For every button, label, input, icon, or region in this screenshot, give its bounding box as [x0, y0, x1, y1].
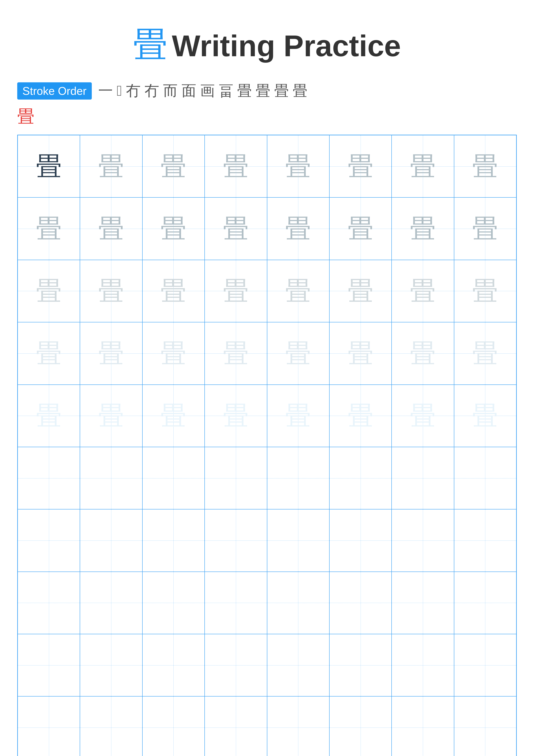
stroke-3: 冇 — [126, 81, 141, 101]
grid-cell[interactable]: 畳 — [267, 385, 329, 447]
grid-cell-empty[interactable] — [267, 447, 329, 509]
grid-cell[interactable]: 畳 — [392, 385, 454, 447]
grid-cell[interactable]: 畳 — [329, 385, 392, 447]
grid-cell-empty[interactable] — [142, 447, 205, 509]
grid-cell[interactable]: 畳 — [205, 385, 267, 447]
grid-cell[interactable]: 畳 — [18, 322, 80, 385]
grid-cell[interactable]: 畳 — [392, 322, 454, 385]
grid-cell-empty[interactable] — [392, 634, 454, 696]
grid-cell[interactable]: 畳 — [454, 322, 516, 385]
stroke-4: 冇 — [144, 81, 159, 101]
grid-cell-empty[interactable] — [142, 572, 205, 634]
grid-cell[interactable]: 畳 — [267, 322, 329, 385]
stroke-order-section: Stroke Order 一 𠃌 冇 冇 而 面 画 畐 畳 畳 畳 畳 — [17, 81, 517, 101]
grid-cell-empty[interactable] — [18, 509, 80, 572]
grid-cell[interactable]: 畳 — [18, 198, 80, 260]
grid-cell[interactable]: 畳 — [142, 260, 205, 322]
grid-cell-empty[interactable] — [392, 696, 454, 756]
stroke-2: 𠃌 — [117, 82, 122, 99]
grid-cell-empty[interactable] — [205, 572, 267, 634]
grid-cell[interactable]: 畳 — [205, 322, 267, 385]
grid-cell[interactable]: 畳 — [329, 198, 392, 260]
grid-cell[interactable]: 畳 — [267, 198, 329, 260]
practice-grid: 畳 畳 畳 畳 畳 畳 畳 畳 畳 畳 畳 畳 畳 畳 畳 畳 畳 畳 畳 畳 … — [17, 135, 517, 756]
grid-cell[interactable]: 畳 — [329, 135, 392, 198]
grid-cell-empty[interactable] — [454, 696, 516, 756]
grid-cell[interactable]: 畳 — [454, 135, 516, 198]
title-text: Writing Practice — [172, 29, 401, 63]
grid-cell-empty[interactable] — [18, 696, 80, 756]
grid-cell[interactable]: 畳 — [454, 385, 516, 447]
stroke-9: 畳 — [237, 81, 252, 101]
grid-cell[interactable]: 畳 — [329, 260, 392, 322]
stroke-1: 一 — [98, 81, 113, 101]
grid-cell-empty[interactable] — [454, 572, 516, 634]
grid-cell-empty[interactable] — [329, 572, 392, 634]
grid-cell-empty[interactable] — [80, 447, 142, 509]
grid-cell[interactable]: 畳 — [80, 322, 142, 385]
grid-cell-empty[interactable] — [329, 696, 392, 756]
grid-cell[interactable]: 畳 — [142, 322, 205, 385]
grid-cell-empty[interactable] — [142, 634, 205, 696]
grid-cell-empty[interactable] — [267, 572, 329, 634]
grid-cell[interactable]: 畳 — [18, 260, 80, 322]
grid-cell-empty[interactable] — [329, 634, 392, 696]
page-title: 畳Writing Practice — [17, 21, 517, 68]
stroke-11: 畳 — [274, 81, 289, 101]
grid-cell-empty[interactable] — [454, 447, 516, 509]
grid-cell-empty[interactable] — [267, 634, 329, 696]
grid-cell[interactable]: 畳 — [392, 135, 454, 198]
grid-cell-empty[interactable] — [142, 696, 205, 756]
grid-cell-empty[interactable] — [267, 696, 329, 756]
grid-cell[interactable]: 畳 — [392, 260, 454, 322]
stroke-6: 面 — [182, 81, 196, 101]
grid-cell-empty[interactable] — [205, 696, 267, 756]
grid-cell-empty[interactable] — [392, 447, 454, 509]
grid-cell[interactable]: 畳 — [267, 260, 329, 322]
stroke-7: 画 — [200, 81, 215, 101]
grid-cell[interactable]: 畳 — [392, 198, 454, 260]
grid-cell-empty[interactable] — [205, 509, 267, 572]
grid-cell[interactable]: 畳 — [329, 322, 392, 385]
grid-cell-empty[interactable] — [454, 509, 516, 572]
grid-cell-empty[interactable] — [329, 509, 392, 572]
grid-cell[interactable]: 畳 — [18, 135, 80, 198]
grid-cell[interactable]: 畳 — [80, 135, 142, 198]
grid-cell-empty[interactable] — [454, 634, 516, 696]
title-char: 畳 — [133, 25, 167, 64]
grid-cell[interactable]: 畳 — [80, 385, 142, 447]
grid-cell-empty[interactable] — [80, 509, 142, 572]
stroke-order-badge: Stroke Order — [17, 82, 92, 99]
grid-cell-empty[interactable] — [205, 447, 267, 509]
grid-cell[interactable]: 畳 — [142, 135, 205, 198]
grid-cell-empty[interactable] — [142, 509, 205, 572]
grid-cell-empty[interactable] — [267, 509, 329, 572]
grid-cell-empty[interactable] — [329, 447, 392, 509]
grid-cell-empty[interactable] — [18, 634, 80, 696]
grid-cell[interactable]: 畳 — [205, 135, 267, 198]
grid-cell-empty[interactable] — [80, 634, 142, 696]
grid-cell[interactable]: 畳 — [454, 198, 516, 260]
grid-cell-empty[interactable] — [205, 634, 267, 696]
grid-cell-empty[interactable] — [80, 696, 142, 756]
grid-cell[interactable]: 畳 — [205, 198, 267, 260]
stroke-12: 畳 — [293, 81, 307, 101]
grid-cell[interactable]: 畳 — [18, 385, 80, 447]
grid-cell-empty[interactable] — [392, 572, 454, 634]
stroke-5: 而 — [163, 81, 178, 101]
grid-cell[interactable]: 畳 — [205, 260, 267, 322]
stroke-order-chars: 一 𠃌 冇 冇 而 面 画 畐 畳 畳 畳 畳 — [98, 81, 307, 101]
grid-cell[interactable]: 畳 — [142, 198, 205, 260]
grid-cell[interactable]: 畳 — [142, 385, 205, 447]
grid-cell[interactable]: 畳 — [80, 260, 142, 322]
stroke-8: 畐 — [219, 81, 233, 101]
grid-cell[interactable]: 畳 — [80, 198, 142, 260]
grid-cell-empty[interactable] — [80, 572, 142, 634]
grid-cell-empty[interactable] — [18, 572, 80, 634]
stroke-final-char: 畳 — [17, 105, 517, 128]
grid-cell-empty[interactable] — [392, 509, 454, 572]
grid-cell[interactable]: 畳 — [454, 260, 516, 322]
grid-cell[interactable]: 畳 — [267, 135, 329, 198]
stroke-10: 畳 — [256, 81, 270, 101]
grid-cell-empty[interactable] — [18, 447, 80, 509]
